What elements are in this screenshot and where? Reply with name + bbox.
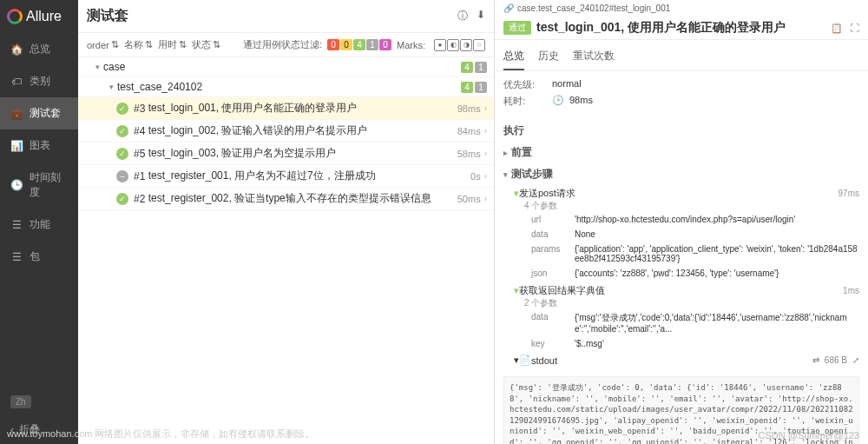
nav-packages[interactable]: ☰包 — [0, 241, 78, 273]
link-icon: 🔗 — [503, 3, 514, 13]
test-title: test_login_001, 使用用户名能正确的登录用户 — [536, 20, 786, 36]
sort-status[interactable]: 状态 ⇅ — [192, 38, 220, 51]
mark-other[interactable]: ○ — [473, 39, 485, 51]
download-icon[interactable]: ⬇ — [477, 9, 485, 23]
pill-unknown[interactable]: 0 — [379, 39, 391, 50]
tag-icon: 🏷 — [10, 76, 23, 88]
tab-history[interactable]: 历史 — [538, 43, 559, 70]
status-pass-icon: ✓ — [116, 148, 128, 160]
middle-panel: 测试套 ⓘ ⬇ order ⇅ 名称 ⇅ 用时 ⇅ 状态 ⇅ 通过用例状态过滤:… — [78, 0, 495, 444]
suitcase-icon: 💼 — [10, 108, 23, 120]
caret-right-icon: ▸ — [503, 149, 508, 157]
copy-icon[interactable]: 📋 — [831, 23, 843, 34]
status-skip-icon: – — [116, 170, 128, 182]
caret-down-icon: ▾ — [95, 63, 100, 71]
sort-icon: ⇅ — [179, 39, 187, 50]
caret-down-icon: ▾ — [109, 83, 114, 91]
logo: Allure — [0, 0, 78, 33]
test-row[interactable]: – #1 test_register_001, 用户名为不超过7位，注册成功 0… — [78, 165, 494, 188]
chart-icon: 📊 — [10, 140, 23, 152]
test-row[interactable]: ✓ #5 test_login_003, 验证用户名为空提示用户 58ms › — [78, 142, 494, 165]
test-row[interactable]: ✓ #2 test_register_002, 验证当type输入不存在的类型提… — [78, 188, 494, 210]
nav: 🏠总览 🏷类别 💼测试套 📊图表 🕒时间刻度 ☰功能 ☰包 — [0, 33, 78, 388]
chevron-right-icon: › — [484, 171, 487, 181]
nav-behaviors[interactable]: ☰功能 — [0, 209, 78, 241]
fullscreen-icon[interactable]: ⛶ — [850, 23, 859, 34]
status-badge: 通过 — [503, 21, 531, 35]
breadcrumb: 🔗 case.test_case_240102#test_login_001 — [495, 0, 868, 17]
nav-suites[interactable]: 💼测试套 — [0, 97, 78, 129]
allure-logo-icon — [7, 9, 23, 24]
pill-broken[interactable]: 0 — [340, 39, 352, 50]
sort-order[interactable]: order ⇅ — [87, 39, 119, 50]
expand-icon[interactable]: ⤢ — [852, 355, 859, 365]
status-pass-icon: ✓ — [116, 125, 128, 137]
detail-panel: 🔗 case.test_case_240102#test_login_001 通… — [495, 0, 868, 444]
filter-bar: order ⇅ 名称 ⇅ 用时 ⇅ 状态 ⇅ 通过用例状态过滤: 0 0 4 1… — [78, 33, 494, 57]
detail-tabs: 总览 历史 重试次数 — [495, 40, 868, 71]
list-icon: ☰ — [10, 219, 23, 231]
detail-title-row: 通过 test_login_001, 使用用户名能正确的登录用户 📋 ⛶ — [495, 17, 868, 40]
test-row[interactable]: ✓ #4 test_login_002, 验证输入错误的用户名提示用户 84ms… — [78, 120, 494, 142]
info-icon[interactable]: ⓘ — [457, 9, 468, 23]
sidebar: Allure 🏠总览 🏷类别 💼测试套 📊图表 🕒时间刻度 ☰功能 ☰包 Zh … — [0, 0, 78, 444]
sort-name[interactable]: 名称 ⇅ — [124, 38, 153, 51]
nav-categories[interactable]: 🏷类别 — [0, 65, 78, 97]
middle-header: 测试套 ⓘ ⬇ — [78, 0, 494, 33]
marks-label: Marks: — [397, 40, 425, 50]
nav-graphs[interactable]: 📊图表 — [0, 129, 78, 162]
clock-icon: 🕒 — [10, 179, 23, 191]
mark-flaky[interactable]: ● — [434, 39, 446, 51]
status-pass-icon: ✓ — [116, 193, 128, 205]
sort-icon: ⇅ — [111, 39, 119, 50]
sort-icon: ⇅ — [213, 39, 220, 50]
chevron-right-icon: › — [484, 126, 487, 136]
status-pass-icon: ✓ — [116, 103, 128, 115]
mark-new[interactable]: ◐ — [447, 39, 459, 51]
sort-duration[interactable]: 用时 ⇅ — [158, 38, 187, 51]
language-selector[interactable]: Zh — [10, 395, 31, 408]
home-icon: 🏠 — [10, 43, 23, 56]
filter-label: 通过用例状态过滤: — [243, 38, 322, 51]
step[interactable]: ▾ 获取返回结果字典值 1ms 2 个参数 data{'msg':'登录成功',… — [503, 282, 859, 353]
file-icon: 📄 — [519, 355, 531, 366]
chevron-right-icon: › — [484, 149, 487, 158]
pill-passed[interactable]: 4 — [353, 39, 365, 50]
steps-header[interactable]: ▾测试步骤 — [503, 163, 859, 185]
step[interactable]: ▾ 发送post请求 97ms 4 个参数 url'http://shop-xo… — [503, 185, 859, 282]
tree-group-case[interactable]: ▾ case 41 — [78, 57, 494, 77]
pill-failed[interactable]: 0 — [327, 39, 339, 50]
nav-overview[interactable]: 🏠总览 — [0, 33, 78, 65]
exchange-icon[interactable]: ⇄ — [812, 355, 819, 365]
footer-credit: CSDN @Summer@123 — [759, 430, 859, 441]
mark-retry[interactable]: ◑ — [460, 39, 472, 51]
status-filter-pills: 0 0 4 1 0 — [327, 39, 391, 50]
logo-text: Allure — [26, 9, 62, 24]
stdout-attachment[interactable]: ▾ 📄 stdout ⇄ 686 B ⤢ — [503, 353, 859, 368]
pre-header[interactable]: ▸前置 — [503, 142, 859, 163]
pill-skipped[interactable]: 1 — [366, 39, 378, 50]
middle-title: 测试套 — [87, 7, 128, 25]
clock-icon: 🕒 — [552, 95, 564, 108]
test-row[interactable]: ✓ #3 test_login_001, 使用用户名能正确的登录用户 98ms … — [78, 97, 494, 120]
test-tree: ▾ case 41 ▾ test_case_240102 41 ✓ #3 tes… — [78, 57, 494, 444]
tree-group-suite[interactable]: ▾ test_case_240102 41 — [78, 77, 494, 97]
nav-timeline[interactable]: 🕒时间刻度 — [0, 162, 78, 209]
tab-overview[interactable]: 总览 — [503, 43, 524, 70]
sidebar-bottom: Zh — [0, 388, 78, 415]
caret-down-icon: ▾ — [503, 170, 508, 179]
watermark: www.toymohan.com 网络图片仅供展示，非存储，如有侵权请联系删除。 — [7, 427, 314, 441]
tab-retries[interactable]: 重试次数 — [573, 43, 615, 70]
chevron-right-icon: › — [484, 103, 487, 113]
exec-header: 执行 — [503, 120, 859, 142]
chevron-right-icon: › — [484, 194, 487, 203]
pkg-icon: ☰ — [10, 251, 23, 263]
sort-icon: ⇅ — [145, 39, 153, 50]
